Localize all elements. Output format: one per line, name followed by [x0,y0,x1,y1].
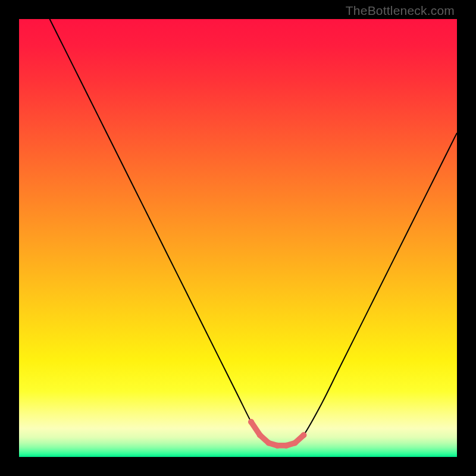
chart-plot-area [19,19,457,457]
optimal-marker-dot [283,443,289,449]
chart-markers-layer [19,19,457,457]
optimal-range-markers [248,419,306,449]
optimal-marker-dot [248,419,254,425]
chart-frame: TheBottleneck.com [0,0,476,476]
optimal-marker-dot [257,432,263,438]
watermark-text: TheBottleneck.com [346,4,455,18]
optimal-marker-dot [266,440,272,446]
optimal-marker-dot [300,432,306,438]
optimal-marker-dot [274,443,280,449]
optimal-marker-dot [292,440,298,446]
